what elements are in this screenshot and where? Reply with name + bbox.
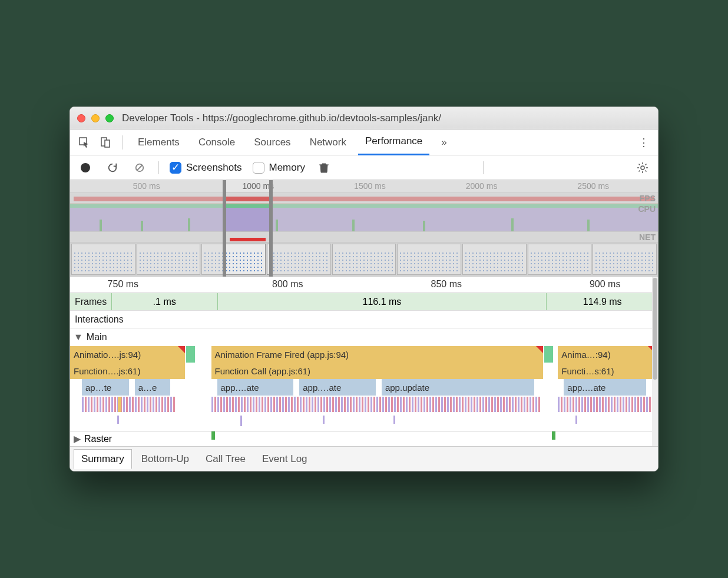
reload-record-button[interactable]: [104, 160, 121, 176]
raster-label: Raster: [84, 434, 112, 444]
overview-mask-left[interactable]: [70, 180, 223, 277]
delete-button[interactable]: [316, 160, 332, 176]
interactions-track[interactable]: Interactions: [70, 311, 658, 328]
tab-event-log[interactable]: Event Log: [255, 450, 315, 469]
more-tabs-icon[interactable]: »: [434, 129, 454, 155]
inspect-element-icon[interactable]: [76, 134, 92, 151]
devtools-window: Developer Tools - https://googlechrome.g…: [70, 107, 658, 471]
vertical-scrollbar[interactable]: [652, 277, 658, 446]
window-title: Developer Tools - https://googlechrome.g…: [122, 112, 441, 124]
titlebar[interactable]: Developer Tools - https://googlechrome.g…: [70, 107, 658, 129]
event-app-update[interactable]: app.…ate: [299, 379, 376, 396]
event-app-update[interactable]: app.…ate: [564, 379, 646, 396]
event-stripes[interactable]: [558, 397, 652, 412]
maximize-icon[interactable]: [105, 114, 114, 122]
disclosure-triangle-right-icon[interactable]: ▶: [74, 433, 81, 444]
main-flamechart[interactable]: Animatio….js:94) Animation Frame Fired (…: [70, 346, 658, 446]
svg-rect-2: [105, 140, 110, 147]
minimize-icon[interactable]: [91, 114, 100, 122]
checkbox-off-icon: [253, 162, 264, 174]
event-app-update[interactable]: ap…te: [82, 379, 129, 396]
event-function-call[interactable]: Function….js:61): [70, 363, 185, 379]
record-button[interactable]: [77, 160, 94, 176]
tab-sources[interactable]: Sources: [247, 129, 297, 155]
tab-summary[interactable]: Summary: [74, 449, 132, 469]
performance-toolbar: ✓ Screenshots Memory: [70, 155, 658, 180]
main-track-header[interactable]: ▼ Main: [70, 328, 658, 346]
svg-line-4: [137, 165, 143, 170]
tab-performance[interactable]: Performance: [358, 129, 429, 155]
overview-selection-handle[interactable]: [223, 180, 273, 277]
frame-segment[interactable]: .1 ms: [111, 293, 217, 310]
clear-button[interactable]: [131, 160, 148, 176]
checkbox-on-icon: ✓: [170, 162, 181, 174]
ruler-tick: 750 ms: [108, 279, 138, 290]
overview-mask-right[interactable]: [273, 180, 658, 277]
memory-label: Memory: [269, 162, 305, 174]
main-label: Main: [87, 332, 107, 343]
traffic-lights: [77, 114, 114, 122]
tab-console[interactable]: Console: [191, 129, 242, 155]
tab-network[interactable]: Network: [303, 129, 353, 155]
event-stripes[interactable]: [82, 397, 176, 412]
event-function-call[interactable]: Function Call (app.js:61): [211, 363, 544, 379]
memory-checkbox[interactable]: Memory: [253, 162, 305, 174]
settings-icon[interactable]: [634, 160, 651, 176]
tab-bottom-up[interactable]: Bottom-Up: [134, 450, 196, 469]
event-animation-frame[interactable]: Anima…:94): [558, 346, 655, 363]
details-tabbar: Summary Bottom-Up Call Tree Event Log: [70, 446, 658, 471]
tab-call-tree[interactable]: Call Tree: [198, 450, 253, 469]
event-app-update[interactable]: app.…ate: [217, 379, 294, 396]
event-animation-frame[interactable]: Animation Frame Fired (app.js:94): [211, 346, 544, 363]
frames-track[interactable]: Frames .1 ms 116.1 ms 114.9 ms: [70, 293, 658, 311]
overview-pane[interactable]: 500 ms 1000 ms 1500 ms 2000 ms 2500 ms F…: [70, 180, 658, 277]
tab-elements[interactable]: Elements: [131, 129, 187, 155]
event-function-call[interactable]: Functi…s:61): [558, 363, 655, 379]
screenshots-label: Screenshots: [186, 162, 242, 174]
frames-label: Frames: [70, 297, 107, 307]
frame-segment[interactable]: 114.9 ms: [546, 293, 658, 310]
interactions-label: Interactions: [70, 314, 124, 325]
kebab-menu-icon[interactable]: ⋮: [636, 134, 652, 151]
event-green[interactable]: [544, 346, 553, 363]
event-green[interactable]: [186, 346, 195, 363]
device-toolbar-icon[interactable]: [97, 134, 114, 151]
event-stripes[interactable]: [211, 397, 541, 412]
disclosure-triangle-down-icon[interactable]: ▼: [74, 332, 83, 343]
screenshots-checkbox[interactable]: ✓ Screenshots: [170, 162, 242, 174]
event-app-update[interactable]: a…e: [135, 379, 170, 396]
svg-point-5: [641, 166, 644, 170]
detail-ruler[interactable]: 750 ms 800 ms 850 ms 900 ms: [70, 277, 658, 293]
panel-tabbar: Elements Console Sources Network Perform…: [70, 129, 658, 155]
flamechart-pane[interactable]: 750 ms 800 ms 850 ms 900 ms Frames .1 ms…: [70, 277, 658, 446]
event-app-update[interactable]: app.update: [382, 379, 534, 396]
ruler-tick: 850 ms: [431, 279, 461, 290]
frame-segment[interactable]: 116.1 ms: [217, 293, 547, 310]
ruler-tick: 800 ms: [272, 279, 303, 290]
close-icon[interactable]: [77, 114, 85, 122]
ruler-tick: 900 ms: [590, 279, 620, 290]
event-animation-frame[interactable]: Animatio….js:94): [70, 346, 185, 363]
raster-track-header[interactable]: ▶ Raster: [70, 431, 658, 446]
